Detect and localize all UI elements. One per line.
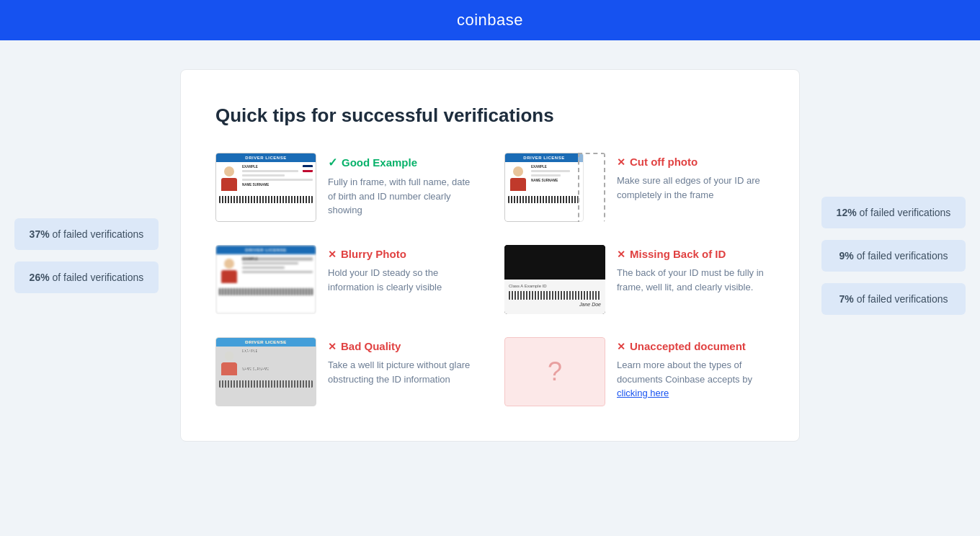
tip-unaccepted: ? ✕ Unaccepted document Learn more about…: [504, 337, 765, 406]
right-badge-3: 7% of failed verifications: [821, 283, 966, 315]
tip-title-good: Good Example: [342, 156, 417, 169]
tip-label-blurry: ✕ Blurry Photo: [328, 248, 476, 260]
main-card: Quick tips for successful verifications …: [180, 69, 800, 442]
page-wrapper: 37% of failed verifications 26% of faile…: [0, 40, 980, 470]
tip-image-cutoff: DRIVER LICENSE EXAMPLE: [504, 153, 605, 222]
x-icon-blurry: ✕: [328, 249, 337, 260]
tip-image-blurry: DRIVER LICENSE EXAMPLE: [215, 245, 316, 314]
tip-image-good: DRIVER LICENSE EXAMPLE NA: [215, 153, 316, 222]
clicking-here-link[interactable]: clicking here: [617, 388, 669, 398]
tip-label-good: ✓ Good Example: [328, 156, 476, 169]
tip-content-back: ✕ Missing Back of ID The back of your ID…: [617, 245, 765, 294]
coinbase-logo: coinbase: [457, 11, 523, 30]
tip-content-unaccepted: ✕ Unaccepted document Learn more about t…: [617, 337, 765, 401]
tip-cut-off: DRIVER LICENSE EXAMPLE: [504, 153, 765, 222]
left-badge-1-label: of failed verifications: [53, 228, 144, 240]
tip-desc-back: The back of your ID must be fully in fra…: [617, 266, 765, 294]
left-badges: 37% of failed verifications 26% of faile…: [14, 218, 159, 293]
left-badge-2: 26% of failed verifications: [14, 262, 159, 293]
tip-content-bad: ✕ Bad Quality Take a well lit picture wi…: [328, 337, 476, 386]
left-badge-1: 37% of failed verifications: [14, 218, 159, 250]
right-badge-1-label: of failed verifications: [860, 207, 951, 218]
tip-good-example: DRIVER LICENSE EXAMPLE NA: [215, 153, 476, 222]
right-badge-1-percent: 12%: [837, 207, 857, 218]
tip-title-cutoff: Cut off photo: [630, 156, 698, 168]
tip-image-bad: DRIVER LICENSE EXAMPLE NA: [215, 337, 316, 406]
tip-content-good: ✓ Good Example Fully in frame, with full…: [328, 153, 476, 218]
tip-desc-blurry: Hold your ID steady so the information i…: [328, 266, 476, 294]
question-mark-icon: ?: [548, 357, 562, 387]
tips-grid: DRIVER LICENSE EXAMPLE NA: [215, 153, 765, 406]
tip-label-unaccepted: ✕ Unaccepted document: [617, 340, 765, 352]
tip-image-unaccepted: ?: [504, 337, 605, 406]
tip-title-bad: Bad Quality: [341, 340, 401, 352]
x-icon-back: ✕: [617, 249, 625, 260]
x-icon-bad: ✕: [328, 341, 337, 352]
right-badge-1: 12% of failed verifications: [821, 197, 966, 228]
header: coinbase: [0, 0, 980, 40]
x-icon-cutoff: ✕: [617, 156, 625, 168]
tip-title-back: Missing Back of ID: [630, 248, 726, 260]
right-badges: 12% of failed verifications 9% of failed…: [821, 197, 966, 315]
left-badge-1-percent: 37%: [30, 228, 50, 240]
right-badge-3-percent: 7%: [839, 293, 854, 305]
tip-label-bad: ✕ Bad Quality: [328, 340, 476, 352]
right-badge-2-label: of failed verifications: [857, 250, 948, 262]
check-icon: ✓: [328, 156, 337, 169]
tip-desc-bad: Take a well lit picture without glare ob…: [328, 358, 476, 386]
left-badge-2-label: of failed verifications: [53, 272, 144, 283]
tip-title-unaccepted: Unaccepted document: [630, 340, 746, 352]
tip-desc-good: Fully in frame, with full name, date of …: [328, 175, 476, 218]
page-title: Quick tips for successful verifications: [215, 104, 765, 127]
tip-desc-cutoff: Make sure all edges of your ID are compl…: [617, 174, 765, 202]
right-badge-2-percent: 9%: [839, 250, 854, 262]
tip-content-cutoff: ✕ Cut off photo Make sure all edges of y…: [617, 153, 765, 202]
tip-image-back: Class A Example ID Jane Doe: [504, 245, 605, 314]
right-badge-2: 9% of failed verifications: [821, 240, 966, 272]
x-icon-unaccepted: ✕: [617, 341, 625, 352]
tip-desc-unaccepted: Learn more about the types of documents …: [617, 358, 765, 401]
tip-label-back: ✕ Missing Back of ID: [617, 248, 765, 260]
tip-content-blurry: ✕ Blurry Photo Hold your ID steady so th…: [328, 245, 476, 294]
tip-label-cutoff: ✕ Cut off photo: [617, 156, 765, 168]
tip-title-blurry: Blurry Photo: [341, 248, 406, 260]
tip-bad-quality: DRIVER LICENSE EXAMPLE NA: [215, 337, 476, 406]
tip-missing-back: Class A Example ID Jane Doe ✕ Missing Ba…: [504, 245, 765, 314]
left-badge-2-percent: 26%: [30, 272, 50, 283]
right-badge-3-label: of failed verifications: [857, 293, 948, 305]
tip-blurry: DRIVER LICENSE EXAMPLE: [215, 245, 476, 314]
